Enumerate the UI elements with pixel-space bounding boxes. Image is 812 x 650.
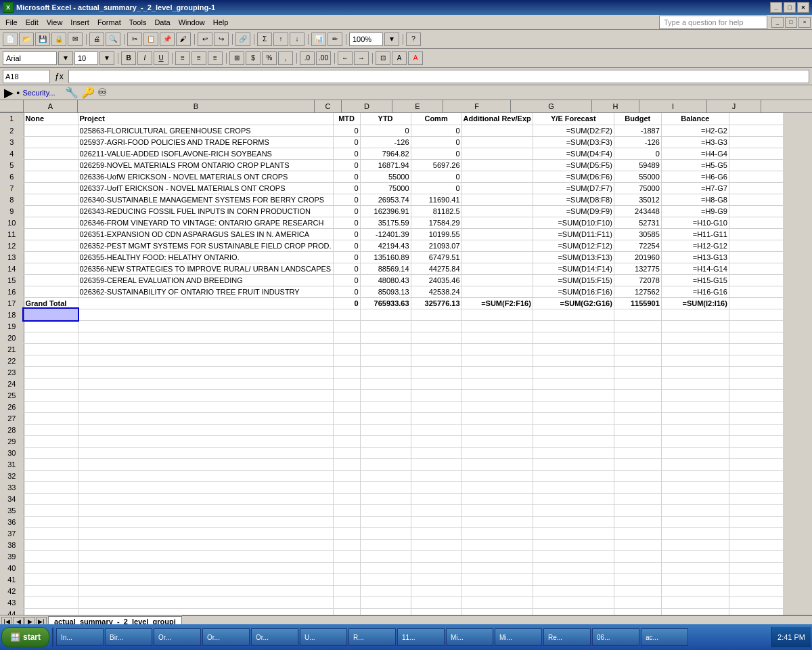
table-cell[interactable] bbox=[78, 458, 333, 470]
table-cell[interactable]: 0 bbox=[333, 159, 360, 171]
table-cell[interactable] bbox=[614, 573, 661, 585]
table-cell[interactable]: =H6-G6 bbox=[661, 171, 729, 182]
percent-button[interactable]: % bbox=[262, 51, 277, 65]
table-cell[interactable] bbox=[78, 550, 333, 562]
table-cell[interactable] bbox=[360, 366, 411, 378]
table-cell[interactable] bbox=[614, 424, 661, 435]
table-cell[interactable]: 44275.84 bbox=[411, 263, 461, 274]
table-cell[interactable] bbox=[24, 148, 78, 159]
table-cell[interactable] bbox=[360, 493, 411, 504]
table-cell[interactable] bbox=[729, 113, 783, 125]
table-cell[interactable]: Additional Rev/Exp bbox=[461, 113, 533, 125]
chart-button[interactable]: 📊 bbox=[311, 32, 326, 46]
table-cell[interactable]: 67479.51 bbox=[411, 251, 461, 263]
table-cell[interactable] bbox=[360, 481, 411, 493]
table-cell[interactable] bbox=[411, 585, 461, 597]
table-cell[interactable] bbox=[360, 608, 411, 615]
zoom-dropdown[interactable]: ▼ bbox=[384, 32, 399, 46]
taskbar-item[interactable]: R... bbox=[348, 628, 396, 646]
table-cell[interactable] bbox=[78, 389, 333, 401]
table-cell[interactable] bbox=[24, 447, 78, 458]
table-cell[interactable] bbox=[411, 573, 461, 585]
table-cell[interactable] bbox=[729, 458, 783, 470]
table-cell[interactable] bbox=[333, 562, 360, 573]
table-cell[interactable] bbox=[24, 585, 78, 597]
drawing-button[interactable]: ✏ bbox=[328, 32, 342, 46]
table-cell[interactable]: YTD bbox=[360, 113, 411, 125]
table-cell[interactable] bbox=[461, 309, 533, 320]
minimize-btn2[interactable]: _ bbox=[771, 17, 784, 28]
table-cell[interactable] bbox=[729, 136, 783, 148]
table-cell[interactable] bbox=[533, 332, 614, 343]
table-cell[interactable] bbox=[614, 401, 661, 412]
table-cell[interactable]: 025863-FLORICULTURAL GREENHOUSE CROPS bbox=[78, 125, 333, 136]
table-cell[interactable] bbox=[78, 309, 333, 320]
table-cell[interactable] bbox=[533, 608, 614, 615]
table-cell[interactable] bbox=[661, 435, 729, 447]
table-cell[interactable]: 55000 bbox=[360, 171, 411, 182]
table-cell[interactable] bbox=[24, 366, 78, 378]
align-left-button[interactable]: ≡ bbox=[175, 51, 190, 65]
table-cell[interactable]: =H11-G11 bbox=[661, 228, 729, 240]
table-cell[interactable] bbox=[614, 504, 661, 516]
table-cell[interactable] bbox=[461, 516, 533, 527]
table-cell[interactable] bbox=[461, 171, 533, 182]
col-header-a[interactable]: A bbox=[24, 100, 78, 112]
table-cell[interactable]: Comm bbox=[411, 113, 461, 125]
table-cell[interactable] bbox=[24, 435, 78, 447]
table-cell[interactable] bbox=[78, 608, 333, 615]
table-cell[interactable]: 5697.26 bbox=[411, 159, 461, 171]
table-cell[interactable] bbox=[411, 447, 461, 458]
table-cell[interactable] bbox=[614, 516, 661, 527]
table-cell[interactable] bbox=[78, 562, 333, 573]
table-cell[interactable] bbox=[461, 136, 533, 148]
table-cell[interactable] bbox=[333, 470, 360, 481]
table-cell[interactable] bbox=[411, 608, 461, 615]
table-cell[interactable] bbox=[461, 562, 533, 573]
table-cell[interactable] bbox=[661, 355, 729, 366]
table-cell[interactable]: 0 bbox=[411, 182, 461, 194]
table-cell[interactable] bbox=[24, 159, 78, 171]
table-cell[interactable]: Y/E Forecast bbox=[533, 113, 614, 125]
table-cell[interactable] bbox=[729, 274, 783, 286]
table-cell[interactable] bbox=[411, 412, 461, 424]
table-cell[interactable] bbox=[614, 343, 661, 355]
restore-btn2[interactable]: □ bbox=[785, 17, 797, 28]
table-cell[interactable] bbox=[24, 286, 78, 297]
table-cell[interactable]: 21093.07 bbox=[411, 240, 461, 251]
table-cell[interactable] bbox=[360, 389, 411, 401]
fill-color-button[interactable]: A bbox=[392, 51, 407, 65]
table-cell[interactable]: 0 bbox=[333, 286, 360, 297]
table-cell[interactable] bbox=[78, 366, 333, 378]
table-cell[interactable] bbox=[411, 516, 461, 527]
table-cell[interactable] bbox=[729, 378, 783, 389]
table-cell[interactable] bbox=[461, 366, 533, 378]
table-cell[interactable] bbox=[78, 447, 333, 458]
table-cell[interactable]: =H2-G2 bbox=[661, 125, 729, 136]
table-cell[interactable] bbox=[411, 389, 461, 401]
table-cell[interactable] bbox=[24, 171, 78, 182]
table-cell[interactable] bbox=[729, 309, 783, 320]
table-cell[interactable] bbox=[411, 320, 461, 332]
table-cell[interactable] bbox=[333, 608, 360, 615]
new-button[interactable]: 📄 bbox=[3, 32, 18, 46]
table-cell[interactable] bbox=[661, 504, 729, 516]
table-cell[interactable]: -12401.39 bbox=[360, 228, 411, 240]
table-cell[interactable] bbox=[333, 447, 360, 458]
table-cell[interactable] bbox=[360, 343, 411, 355]
table-cell[interactable]: =H3-G3 bbox=[661, 136, 729, 148]
table-cell[interactable] bbox=[411, 355, 461, 366]
table-cell[interactable] bbox=[78, 424, 333, 435]
table-cell[interactable] bbox=[461, 194, 533, 205]
table-cell[interactable] bbox=[78, 573, 333, 585]
table-cell[interactable] bbox=[461, 159, 533, 171]
table-cell[interactable]: 0 bbox=[411, 171, 461, 182]
table-cell[interactable] bbox=[411, 562, 461, 573]
table-cell[interactable] bbox=[729, 493, 783, 504]
table-cell[interactable] bbox=[360, 504, 411, 516]
table-cell[interactable]: 0 bbox=[333, 148, 360, 159]
table-cell[interactable] bbox=[614, 378, 661, 389]
table-cell[interactable] bbox=[461, 539, 533, 550]
table-cell[interactable] bbox=[333, 366, 360, 378]
taskbar-item[interactable]: ac... bbox=[641, 628, 688, 646]
